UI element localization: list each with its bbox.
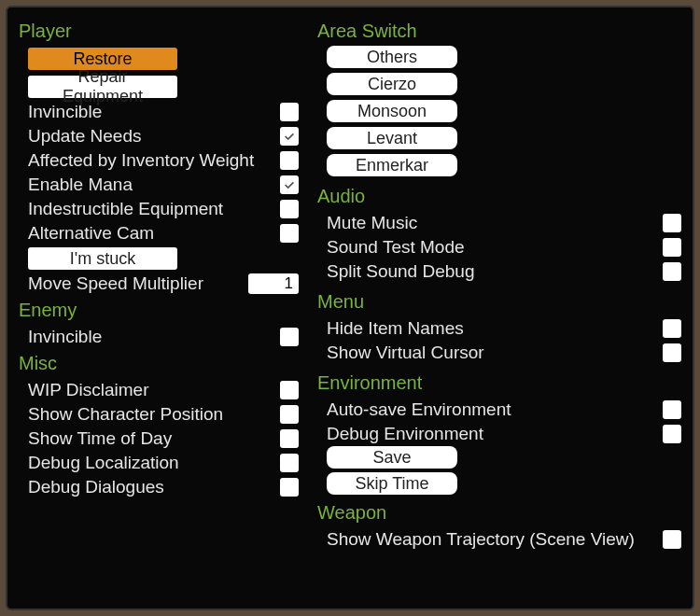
dlg-label: Debug Dialogues	[28, 477, 164, 497]
debug-env-row: Debug Environment	[317, 422, 681, 446]
autosave-checkbox[interactable]	[663, 400, 681, 419]
charpos-label: Show Character Position	[28, 404, 223, 425]
weapon-traj-checkbox[interactable]	[663, 530, 681, 549]
area-monsoon-button[interactable]: Monsoon	[327, 100, 457, 122]
tod-checkbox[interactable]	[280, 429, 299, 448]
tod-row: Show Time of Day	[19, 427, 299, 451]
update-needs-checkbox[interactable]	[280, 127, 299, 146]
enemy-invincible-row: Invincible	[19, 325, 299, 349]
env-save-button[interactable]: Save	[327, 446, 457, 469]
dlg-checkbox[interactable]	[280, 478, 299, 497]
mute-checkbox[interactable]	[663, 214, 681, 232]
virtual-cursor-label: Show Virtual Cursor	[327, 343, 484, 363]
enemy-header: Enemy	[19, 296, 299, 325]
autosave-row: Auto-save Environment	[317, 398, 681, 422]
env-skip-time-button[interactable]: Skip Time	[327, 472, 457, 495]
split-sound-row: Split Sound Debug	[317, 259, 681, 284]
repair-equipment-button[interactable]: Repair Equipment	[28, 76, 177, 98]
player-header: Player	[19, 17, 299, 46]
invincible-label: Invincible	[28, 102, 102, 122]
tod-label: Show Time of Day	[28, 428, 172, 449]
hide-items-row: Hide Item Names	[317, 316, 681, 341]
debug-env-checkbox[interactable]	[663, 425, 681, 443]
wip-checkbox[interactable]	[280, 381, 299, 399]
weapon-traj-row: Show Weapon Trajectory (Scene View)	[317, 527, 681, 552]
loc-label: Debug Localization	[28, 453, 179, 473]
mute-row: Mute Music	[317, 211, 681, 235]
menu-header: Menu	[317, 287, 681, 316]
sound-test-checkbox[interactable]	[663, 238, 681, 257]
sound-test-row: Sound Test Mode	[317, 235, 681, 259]
enable-mana-label: Enable Mana	[28, 175, 133, 195]
charpos-row: Show Character Position	[19, 402, 299, 427]
split-sound-label: Split Sound Debug	[327, 261, 474, 282]
left-column: Player Restore Repair Equipment Invincib…	[19, 17, 299, 599]
update-needs-label: Update Needs	[28, 126, 141, 147]
area-others-button[interactable]: Others	[327, 46, 457, 68]
indestructible-row: Indestructible Equipment	[19, 197, 299, 221]
alternative-cam-label: Alternative Cam	[28, 223, 154, 244]
misc-header: Misc	[19, 349, 299, 378]
wip-row: WIP Disclaimer	[19, 378, 299, 402]
inventory-weight-checkbox[interactable]	[280, 151, 299, 170]
inventory-weight-row: Affected by Inventory Weight	[19, 148, 299, 173]
area-enmerkar-button[interactable]: Enmerkar	[327, 154, 457, 176]
move-speed-label: Move Speed Multiplier	[28, 273, 203, 294]
autosave-label: Auto-save Environment	[327, 399, 511, 420]
move-speed-input[interactable]	[248, 273, 299, 294]
virtual-cursor-row: Show Virtual Cursor	[317, 341, 681, 365]
loc-checkbox[interactable]	[280, 454, 299, 472]
invincible-checkbox[interactable]	[280, 103, 299, 121]
invincible-row: Invincible	[19, 100, 299, 124]
split-sound-checkbox[interactable]	[663, 262, 681, 281]
wip-label: WIP Disclaimer	[28, 380, 149, 400]
inventory-weight-label: Affected by Inventory Weight	[28, 150, 254, 171]
area-cierzo-button[interactable]: Cierzo	[327, 73, 457, 95]
mute-label: Mute Music	[327, 213, 417, 233]
area-header: Area Switch	[317, 17, 681, 46]
alternative-cam-checkbox[interactable]	[280, 224, 299, 243]
loc-row: Debug Localization	[19, 451, 299, 475]
virtual-cursor-checkbox[interactable]	[663, 343, 681, 362]
hide-items-label: Hide Item Names	[327, 318, 464, 339]
env-header: Environment	[317, 369, 681, 398]
weapon-traj-label: Show Weapon Trajectory (Scene View)	[327, 529, 635, 550]
dlg-row: Debug Dialogues	[19, 475, 299, 499]
area-levant-button[interactable]: Levant	[327, 127, 457, 149]
charpos-checkbox[interactable]	[280, 405, 299, 424]
update-needs-row: Update Needs	[19, 124, 299, 148]
alternative-cam-row: Alternative Cam	[19, 221, 299, 245]
im-stuck-button[interactable]: I'm stuck	[28, 247, 177, 270]
enable-mana-checkbox[interactable]	[280, 175, 299, 194]
weapon-header: Weapon	[317, 498, 681, 527]
sound-test-label: Sound Test Mode	[327, 237, 465, 258]
enemy-invincible-label: Invincible	[28, 327, 102, 347]
audio-header: Audio	[317, 182, 681, 211]
hide-items-checkbox[interactable]	[663, 319, 681, 338]
indestructible-label: Indestructible Equipment	[28, 199, 223, 219]
indestructible-checkbox[interactable]	[280, 200, 299, 218]
move-speed-row: Move Speed Multiplier	[19, 272, 299, 296]
enemy-invincible-checkbox[interactable]	[280, 328, 299, 346]
debug-env-label: Debug Environment	[327, 424, 483, 444]
debug-window: Player Restore Repair Equipment Invincib…	[6, 6, 694, 610]
enable-mana-row: Enable Mana	[19, 173, 299, 197]
right-column: Area Switch Others Cierzo Monsoon Levant…	[317, 17, 681, 599]
